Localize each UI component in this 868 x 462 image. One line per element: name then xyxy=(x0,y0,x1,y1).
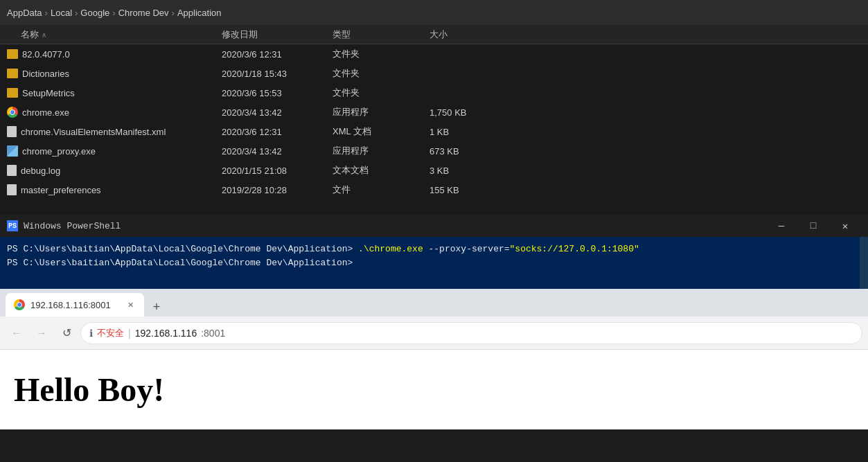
ps-maximize-button[interactable]: □ xyxy=(797,215,829,237)
file-date: 2020/3/6 12:31 xyxy=(222,127,333,137)
file-type: 文件 xyxy=(333,184,429,196)
folder-icon xyxy=(7,88,18,98)
powershell-title: Windows PowerShell xyxy=(24,221,760,231)
file-name-text: SetupMetrics xyxy=(22,88,75,98)
file-size: 155 KB xyxy=(429,185,513,195)
folder-icon xyxy=(7,49,18,59)
file-type: XML 文档 xyxy=(333,125,429,138)
file-size: 3 KB xyxy=(429,166,513,176)
file-name-text: chrome.VisualElementsManifest.xml xyxy=(21,127,166,137)
breadcrumb-part-3[interactable]: Google xyxy=(80,8,109,18)
table-row[interactable]: master_preferences 2019/2/28 10:28 文件 15… xyxy=(0,180,868,199)
address-bar[interactable]: ℹ 不安全 | 192.168.1.116 :8001 xyxy=(80,322,862,344)
file-date: 2020/1/15 21:08 xyxy=(222,166,333,176)
file-name-text: debug.log xyxy=(21,166,60,176)
chrome-icon xyxy=(7,107,18,118)
chrome-browser: 192.168.1.116:8001 ✕ + ← → ↺ ℹ 不安全 | 192… xyxy=(0,289,868,429)
file-icon xyxy=(7,184,17,195)
file-date: 2020/1/18 15:43 xyxy=(222,69,333,79)
tab-title: 192.168.1.116:8001 xyxy=(30,300,111,310)
file-size: 1 KB xyxy=(429,127,513,137)
file-name-text: master_preferences xyxy=(21,185,101,195)
file-name: chrome_proxy.exe xyxy=(0,145,222,157)
ps-minimize-button[interactable]: — xyxy=(765,215,797,237)
file-name: SetupMetrics xyxy=(0,88,222,98)
breadcrumb-part-4[interactable]: Chrome Dev xyxy=(118,8,169,18)
file-type: 文件夹 xyxy=(333,48,429,60)
col-header-name[interactable]: 名称 ∧ xyxy=(0,28,222,41)
table-row[interactable]: chrome.VisualElementsManifest.xml 2020/3… xyxy=(0,122,868,141)
table-row[interactable]: chrome.exe 2020/3/4 13:42 应用程序 1,750 KB xyxy=(0,103,868,122)
table-row[interactable]: SetupMetrics 2020/3/6 15:53 文件夹 xyxy=(0,83,868,103)
breadcrumb-part-2[interactable]: Local xyxy=(51,8,72,18)
address-separator: | xyxy=(128,328,131,339)
file-name: debug.log xyxy=(0,165,222,176)
file-type: 文本文档 xyxy=(333,164,429,177)
file-list-header: 名称 ∧ 修改日期 类型 大小 xyxy=(0,25,868,44)
file-explorer: AppData › Local › Google › Chrome Dev › … xyxy=(0,0,868,215)
breadcrumb: AppData › Local › Google › Chrome Dev › … xyxy=(0,0,868,25)
chrome-navbar: ← → ↺ ℹ 不安全 | 192.168.1.116 :8001 xyxy=(0,317,868,350)
breadcrumb-part-1[interactable]: AppData xyxy=(7,8,42,18)
powershell-titlebar: PS Windows PowerShell — □ ✕ xyxy=(0,215,868,237)
breadcrumb-sep-1: › xyxy=(45,8,48,18)
breadcrumb-sep-2: › xyxy=(75,8,78,18)
table-row[interactable]: 82.0.4077.0 2020/3/6 12:31 文件夹 xyxy=(0,44,868,64)
tab-close-button[interactable]: ✕ xyxy=(125,299,136,310)
info-icon: ℹ xyxy=(89,328,93,339)
breadcrumb-part-5[interactable]: Application xyxy=(177,8,222,18)
file-date: 2020/3/6 12:31 xyxy=(222,49,333,60)
file-date: 2019/2/28 10:28 xyxy=(222,185,333,195)
address-port: :8001 xyxy=(201,328,225,339)
chrome-tabbar: 192.168.1.116:8001 ✕ + xyxy=(0,289,868,317)
file-name: 82.0.4077.0 xyxy=(0,49,222,60)
ps-command-highlight: .\chrome.exe xyxy=(358,244,423,254)
powershell-icon: PS xyxy=(7,220,18,231)
web-content: Hello Boy! xyxy=(0,350,868,429)
page-heading: Hello Boy! xyxy=(14,371,854,409)
back-button[interactable]: ← xyxy=(6,322,28,344)
powershell-body: PS C:\Users\baitian\AppData\Local\Google… xyxy=(0,237,868,289)
file-type: 文件夹 xyxy=(333,67,429,80)
file-date: 2020/3/4 13:42 xyxy=(222,146,333,157)
new-tab-button[interactable]: + xyxy=(147,297,166,317)
file-name: Dictionaries xyxy=(0,69,222,79)
file-name-text: 82.0.4077.0 xyxy=(22,49,70,60)
col-header-date[interactable]: 修改日期 xyxy=(222,28,333,41)
ps-line-1: PS C:\Users\baitian\AppData\Local\Google… xyxy=(7,242,861,256)
file-name: chrome.VisualElementsManifest.xml xyxy=(0,126,222,137)
file-icon xyxy=(7,126,17,137)
folder-icon xyxy=(7,69,18,78)
table-row[interactable]: debug.log 2020/1/15 21:08 文本文档 3 KB xyxy=(0,161,868,180)
tab-favicon xyxy=(14,299,25,310)
reload-button[interactable]: ↺ xyxy=(55,322,78,344)
file-name-text: Dictionaries xyxy=(22,69,69,79)
file-date: 2020/3/6 15:53 xyxy=(222,88,333,98)
ps-controls: — □ ✕ xyxy=(765,215,861,237)
breadcrumb-sep-3: › xyxy=(112,8,115,18)
file-name: chrome.exe xyxy=(0,107,222,118)
col-header-size[interactable]: 大小 xyxy=(429,28,513,41)
col-header-type[interactable]: 类型 xyxy=(333,28,429,41)
address-host: 192.168.1.116 xyxy=(135,328,197,339)
breadcrumb-sep-4: › xyxy=(172,8,175,18)
file-icon xyxy=(7,165,17,176)
file-type: 应用程序 xyxy=(333,106,429,118)
forward-button[interactable]: → xyxy=(30,322,53,344)
file-name-text: chrome.exe xyxy=(22,107,69,118)
file-size: 673 KB xyxy=(429,146,513,157)
file-list: 82.0.4077.0 2020/3/6 12:31 文件夹 Dictionar… xyxy=(0,44,868,199)
file-type: 应用程序 xyxy=(333,145,429,157)
file-name: master_preferences xyxy=(0,184,222,195)
table-row[interactable]: chrome_proxy.exe 2020/3/4 13:42 应用程序 673… xyxy=(0,141,868,161)
file-size: 1,750 KB xyxy=(429,107,513,118)
ps-close-button[interactable]: ✕ xyxy=(829,215,861,237)
ps-arg-highlight: "socks://127.0.0.1:1080" xyxy=(510,244,639,254)
file-type: 文件夹 xyxy=(333,87,429,99)
insecure-label: 不安全 xyxy=(97,327,124,339)
table-row[interactable]: Dictionaries 2020/1/18 15:43 文件夹 xyxy=(0,64,868,83)
chrome-tab-active[interactable]: 192.168.1.116:8001 ✕ xyxy=(6,293,144,317)
powershell-window: PS Windows PowerShell — □ ✕ PS C:\Users\… xyxy=(0,215,868,289)
ps-line-2: PS C:\Users\baitian\AppData\Local\Google… xyxy=(7,256,861,270)
ps-scrollbar[interactable] xyxy=(860,237,868,289)
